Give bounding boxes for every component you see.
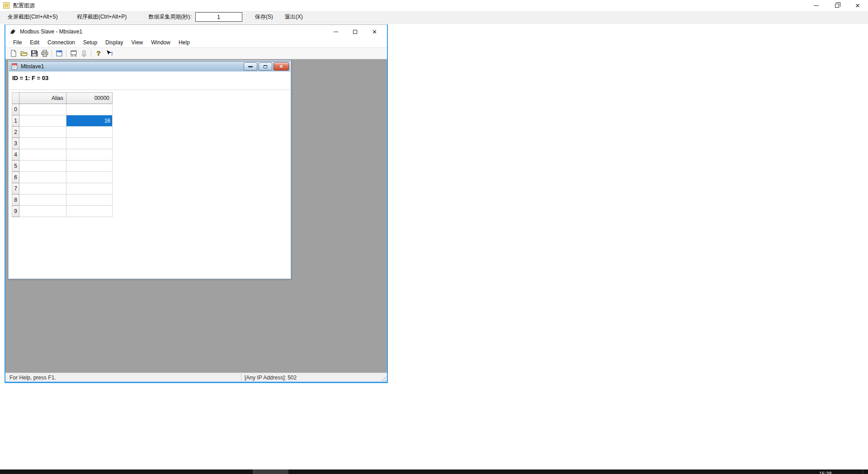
app-minimize-button[interactable] (806, 0, 826, 11)
menu-item-help[interactable]: Help (175, 38, 194, 47)
value-cell[interactable] (66, 183, 113, 194)
restore-icon (264, 65, 267, 68)
exit-button[interactable]: 退出(X) (285, 13, 303, 21)
open-file-icon (20, 50, 28, 57)
table-row: 6 (12, 172, 113, 183)
alias-cell[interactable] (19, 206, 66, 217)
app-toolbar: 全屏截图(Ctrl+Alt+S) 程序截图(Ctrl+Alt+P) 数据采集周期… (0, 11, 868, 24)
toolbar-print-button[interactable] (39, 48, 50, 58)
col-header-address[interactable]: 00000 (66, 93, 113, 104)
alias-cell[interactable] (19, 161, 66, 172)
fullscreen-capture-button[interactable]: 全屏截图(Ctrl+Alt+S) (8, 13, 58, 21)
toolbar-context-help-button[interactable]: ? (104, 48, 114, 58)
program-capture-button[interactable]: 程序截图(Ctrl+Alt+P) (77, 13, 127, 21)
alias-cell[interactable] (19, 104, 66, 115)
modbus-slave-window: Modbus Slave - Mbslave1 ✕ FileEditConnec… (5, 24, 388, 383)
value-cell[interactable] (66, 149, 113, 161)
modbus-app-icon (9, 28, 17, 35)
alias-cell[interactable] (19, 149, 66, 161)
value-cell[interactable] (66, 194, 113, 206)
menu-item-connection[interactable]: Connection (43, 38, 79, 47)
menu-item-display[interactable]: Display (101, 38, 127, 47)
row-header-cell[interactable]: 9 (12, 206, 19, 217)
modbus-minimize-button[interactable] (326, 25, 345, 38)
row-header-cell[interactable]: 6 (12, 172, 19, 183)
modbus-statusbar: For Help, press F1. [Any IP Address]: 50… (5, 373, 387, 382)
status-help-text: For Help, press F1. (9, 374, 56, 381)
modbus-maximize-button[interactable] (345, 25, 365, 38)
toolbar-save-button[interactable] (29, 48, 39, 58)
table-row: 2 (12, 127, 113, 138)
table-row: 3 (12, 138, 113, 149)
row-header-cell[interactable]: 1 (12, 115, 19, 127)
modbus-titlebar[interactable]: Modbus Slave - Mbslave1 ✕ (5, 25, 387, 38)
table-row: 7 (12, 183, 113, 194)
corner-cell[interactable] (12, 93, 19, 104)
value-cell[interactable] (66, 172, 113, 183)
app-close-button[interactable]: ✕ (847, 0, 868, 11)
row-header-cell[interactable]: 8 (12, 194, 19, 206)
svg-text:?: ? (110, 52, 113, 57)
toolbar-separator (91, 50, 91, 57)
modbus-close-button[interactable]: ✕ (365, 25, 384, 38)
menu-item-file[interactable]: File (9, 38, 26, 47)
taskbar-app-button[interactable] (253, 469, 288, 474)
toolbar-communication-button[interactable] (79, 48, 89, 58)
document-icon (11, 63, 18, 70)
alias-cell[interactable] (19, 183, 66, 194)
capture-cycle-label: 数据采集周期(秒): (148, 13, 191, 21)
alias-cell[interactable] (19, 172, 66, 183)
toolbar-new-button[interactable] (8, 48, 19, 58)
app-icon (3, 2, 9, 9)
row-header-cell[interactable]: 5 (12, 161, 19, 172)
child-caption-buttons: ✕ (244, 62, 289, 71)
toolbar-read-definition-button[interactable] (68, 48, 79, 58)
value-cell[interactable] (66, 206, 113, 217)
help-icon: ? (95, 50, 102, 57)
child-close-button[interactable]: ✕ (274, 62, 289, 71)
alias-cell[interactable] (19, 127, 66, 138)
row-header-cell[interactable]: 0 (12, 104, 19, 115)
menu-item-setup[interactable]: Setup (79, 38, 101, 47)
context-help-icon: ? (105, 50, 113, 57)
maximize-icon (353, 30, 357, 34)
menu-item-edit[interactable]: Edit (26, 38, 43, 47)
value-cell[interactable] (66, 127, 113, 138)
save-button[interactable]: 保存(S) (255, 13, 273, 21)
toolbar-separator (52, 50, 52, 57)
minimize-icon (814, 5, 819, 6)
value-cell[interactable] (66, 161, 113, 172)
client-separator (9, 90, 290, 90)
child-restore-button[interactable] (259, 62, 272, 71)
close-icon: ✕ (855, 3, 860, 9)
value-cell[interactable] (66, 104, 113, 115)
register-grid: Alias 00000 011623456789 (12, 92, 113, 217)
alias-cell[interactable] (19, 138, 66, 149)
resize-grip[interactable] (381, 375, 387, 381)
child-minimize-button[interactable] (244, 62, 257, 71)
toolbar-help-button[interactable]: ? (93, 48, 104, 58)
table-row: 4 (12, 149, 113, 161)
register-grid-body: Alias 00000 011623456789 (12, 93, 113, 217)
row-header-cell[interactable]: 3 (12, 138, 19, 149)
child-titlebar[interactable]: Mbslave1 ✕ (9, 61, 290, 71)
app-restore-button[interactable] (826, 0, 847, 11)
value-cell[interactable] (66, 138, 113, 149)
row-header-cell[interactable]: 7 (12, 183, 19, 194)
col-header-alias[interactable]: Alias (19, 93, 66, 104)
toolbar-display-settings-button[interactable] (54, 48, 64, 58)
modbus-title: Modbus Slave - Mbslave1 (20, 28, 82, 35)
table-row: 9 (12, 206, 113, 217)
toolbar-open-button[interactable] (19, 48, 29, 58)
alias-cell[interactable] (19, 194, 66, 206)
alias-cell[interactable] (19, 115, 66, 127)
selected-value-cell[interactable]: 16 (66, 115, 113, 127)
menu-item-window[interactable]: Window (147, 38, 175, 47)
taskbar[interactable]: 15:38 (0, 469, 868, 474)
row-header-cell[interactable]: 4 (12, 149, 19, 161)
read-definition-icon (70, 50, 77, 57)
row-header-cell[interactable]: 2 (12, 127, 19, 138)
app-titlebar: 配置图源 ✕ (0, 0, 868, 11)
menu-item-view[interactable]: View (127, 38, 147, 47)
capture-cycle-input[interactable] (195, 12, 242, 22)
